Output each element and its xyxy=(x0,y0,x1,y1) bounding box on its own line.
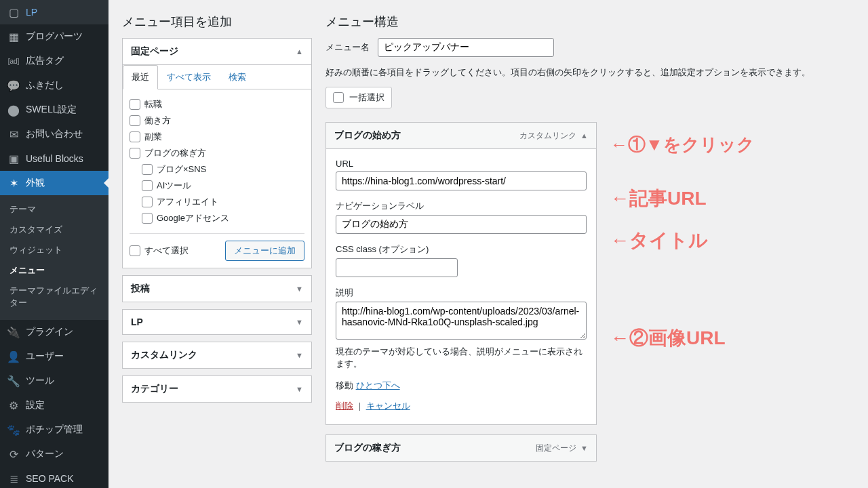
panel-category-header[interactable]: カテゴリー ▼ xyxy=(123,376,311,402)
user-icon: 👤 xyxy=(7,350,20,363)
sidebar-sub-widget[interactable]: ウィジェット xyxy=(0,240,108,260)
check-item[interactable]: 働き方 xyxy=(130,113,304,129)
page-tabs: 最近 すべて表示 検索 xyxy=(123,65,311,89)
select-all[interactable]: すべて選択 xyxy=(130,245,189,257)
check-item[interactable]: AIツール xyxy=(130,178,304,194)
check-item[interactable]: ブログの稼ぎ方 xyxy=(130,145,304,161)
sidebar-sub-customize[interactable]: カスタマイズ xyxy=(0,220,108,240)
panel-title: 固定ページ xyxy=(131,45,178,58)
check-item[interactable]: 転職 xyxy=(130,96,304,113)
nav-label-label: ナビゲーションラベル xyxy=(336,200,587,212)
sidebar-submenu-appearance: テーマ カスタマイズ ウィジェット メニュー テーマファイルエディター xyxy=(0,195,108,320)
panel-footer: すべて選択 メニューに追加 xyxy=(130,233,304,261)
swell-icon: ⬤ xyxy=(7,103,20,117)
sidebar-item-appearance[interactable]: ✶ 外観 xyxy=(0,171,108,195)
panel-title: カテゴリー xyxy=(131,383,178,395)
sidebar-item-pochipp[interactable]: 🐾 ポチップ管理 xyxy=(0,418,108,442)
panel-custom-link-header[interactable]: カスタムリンク ▼ xyxy=(123,342,311,368)
sidebar-item-plugins[interactable]: 🔌 プラグイン xyxy=(0,320,108,344)
panel-lp-header[interactable]: LP ▼ xyxy=(123,310,311,334)
chevron-down-icon: ▼ xyxy=(296,351,303,359)
description-field: 説明 http://hina-blog1.com/wp-content/uplo… xyxy=(336,287,587,370)
menu-name-input[interactable] xyxy=(378,38,554,57)
check-item[interactable]: 副業 xyxy=(130,129,304,145)
url-label: URL xyxy=(336,159,587,169)
bulk-select[interactable]: 一括選択 xyxy=(326,87,392,108)
sidebar-item-blog-parts[interactable]: ▦ ブログパーツ xyxy=(0,24,108,49)
panel-posts-header[interactable]: 投稿 ▼ xyxy=(123,276,311,302)
chevron-down-icon: ▼ xyxy=(296,285,303,293)
sidebar-item-seo-pack[interactable]: ≣ SEO PACK xyxy=(0,466,108,488)
sidebar-item-settings[interactable]: ⚙ 設定 xyxy=(0,393,108,418)
checkbox[interactable] xyxy=(142,197,153,207)
nav-label-input[interactable] xyxy=(336,215,587,234)
sidebar-item-users[interactable]: 👤 ユーザー xyxy=(0,344,108,369)
sidebar-sub-menu[interactable]: メニュー xyxy=(0,260,108,281)
checkbox[interactable] xyxy=(130,99,140,110)
sidebar-item-label: ふきだし xyxy=(26,79,64,92)
sidebar-item-label: 広告タグ xyxy=(26,55,64,67)
panel-title: LP xyxy=(131,317,143,327)
chevron-up-icon: ▲ xyxy=(296,47,303,56)
menu-item-collapsed: ブログの稼ぎ方 固定ページ ▼ xyxy=(326,434,597,462)
item-actions: 削除 | キャンセル xyxy=(336,400,587,412)
menu-item-header[interactable]: ブログの稼ぎ方 固定ページ ▼ xyxy=(326,435,596,461)
panel-lp: LP ▼ xyxy=(122,309,312,335)
move-down-link[interactable]: ひとつ下へ xyxy=(356,380,400,390)
sidebar-item-swell[interactable]: ⬤ SWELL設定 xyxy=(0,98,108,122)
menu-item-body: URL ナビゲーションラベル CSS class (オプション) 説明 http… xyxy=(326,149,596,424)
cancel-link[interactable]: キャンセル xyxy=(366,401,410,411)
sidebar-item-label: 設定 xyxy=(26,399,45,411)
page-checklist: 転職 働き方 副業 ブログの稼ぎ方 ブログ×SNS AIツール アフィリエイト … xyxy=(130,96,304,226)
sidebar-item-label: 外観 xyxy=(26,177,45,189)
checkbox[interactable] xyxy=(142,213,153,224)
sidebar-item-contact[interactable]: ✉ お問い合わせ xyxy=(0,122,108,146)
description-textarea[interactable]: http://hina-blog1.com/wp-content/uploads… xyxy=(336,302,587,340)
check-item[interactable]: ブログ×SNS xyxy=(130,161,304,178)
main-content: メニュー項目を追加 固定ページ ▲ 最近 すべて表示 検索 転職 働き方 副業 … xyxy=(108,0,868,488)
tab-all[interactable]: すべて表示 xyxy=(158,65,220,89)
sidebar-item-ad-tag[interactable]: [ad] 広告タグ xyxy=(0,49,108,73)
css-class-field: CSS class (オプション) xyxy=(336,243,587,277)
move-row: 移動 ひとつ下へ xyxy=(336,380,587,392)
check-item[interactable]: Googleアドセンス xyxy=(130,210,304,226)
add-to-menu-button[interactable]: メニューに追加 xyxy=(225,241,304,261)
css-class-input[interactable] xyxy=(336,258,458,277)
plug-icon: 🔌 xyxy=(7,325,20,339)
checkbox[interactable] xyxy=(130,148,140,159)
sidebar-item-pattern[interactable]: ⟳ パターン xyxy=(0,442,108,466)
chevron-down-icon: ▼ xyxy=(580,444,588,452)
sidebar-item-label: プラグイン xyxy=(26,326,73,338)
sidebar-item-tools[interactable]: 🔧 ツール xyxy=(0,369,108,393)
sidebar-item-fukidashi[interactable]: 💬 ふきだし xyxy=(0,73,108,98)
sidebar-item-label: ツール xyxy=(26,375,54,387)
sidebar-item-label: ポチップ管理 xyxy=(26,424,83,436)
sidebar-item-lp[interactable]: ▢ LP xyxy=(0,0,108,24)
checkbox[interactable] xyxy=(142,180,153,191)
menu-name-label: メニュー名 xyxy=(326,41,370,54)
annotation-click-arrow: ←①▼をクリック xyxy=(610,133,755,157)
checkbox[interactable] xyxy=(333,92,344,103)
panel-fixed-page-header[interactable]: 固定ページ ▲ xyxy=(123,39,311,65)
menu-name-row: メニュー名 xyxy=(326,38,854,57)
checkbox[interactable] xyxy=(130,245,140,256)
annotation-image-url: ←②画像URL xyxy=(610,325,726,351)
remove-link[interactable]: 削除 xyxy=(336,401,353,411)
menu-item-type: 固定ページ xyxy=(536,443,576,454)
checkbox[interactable] xyxy=(130,131,140,142)
description-note: 現在のテーマが対応している場合、説明がメニューに表示されます。 xyxy=(336,346,587,370)
checkbox[interactable] xyxy=(130,115,140,126)
blocks-icon: ▣ xyxy=(7,152,20,165)
panel-fixed-page: 固定ページ ▲ 最近 すべて表示 検索 転職 働き方 副業 ブログの稼ぎ方 ブロ… xyxy=(122,38,312,268)
check-item[interactable]: アフィリエイト xyxy=(130,194,304,210)
sidebar-sub-theme[interactable]: テーマ xyxy=(0,199,108,220)
url-input[interactable] xyxy=(336,171,587,190)
sidebar-sub-theme-editor[interactable]: テーマファイルエディター xyxy=(0,281,108,313)
instructions-text: 好みの順番に各項目をドラッグしてください。項目の右側の矢印をクリックすると、追加… xyxy=(326,66,854,79)
menu-item-header[interactable]: ブログの始め方 カスタムリンク ▲ xyxy=(326,123,596,149)
tab-recent[interactable]: 最近 xyxy=(123,65,158,89)
move-label: 移動 xyxy=(336,380,353,390)
tab-search[interactable]: 検索 xyxy=(220,65,255,89)
sidebar-item-useful-blocks[interactable]: ▣ Useful Blocks xyxy=(0,146,108,171)
checkbox[interactable] xyxy=(142,164,153,175)
